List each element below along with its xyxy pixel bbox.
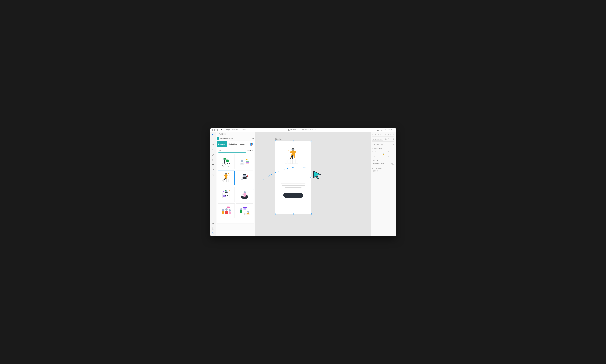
- align-left-icon[interactable]: [372, 133, 374, 135]
- more-icon[interactable]: •••: [252, 137, 254, 139]
- tab-share[interactable]: Share: [242, 128, 246, 132]
- svg-point-46: [229, 191, 230, 191]
- x-input[interactable]: 0: [391, 151, 394, 152]
- select-tool[interactable]: [211, 133, 215, 137]
- panel-back[interactable]: ‹ PLUGINS: [216, 132, 255, 136]
- pos-row: H0 Y0: [372, 156, 394, 157]
- resize-handle[interactable]: [293, 213, 294, 215]
- artboard[interactable]: [275, 141, 311, 214]
- zoom-control[interactable]: 42.5% ▾: [388, 129, 394, 131]
- minimize-dot[interactable]: [214, 129, 216, 131]
- plugins-icon[interactable]: [211, 232, 215, 235]
- width-input[interactable]: 0: [375, 151, 378, 152]
- close-dot[interactable]: [212, 129, 213, 131]
- svg-point-3: [212, 144, 214, 146]
- tab-prototype[interactable]: Prototype: [232, 128, 239, 132]
- intersect-icon[interactable]: [390, 138, 392, 140]
- lottie-tab-mylotties[interactable]: My Lotties: [227, 142, 238, 147]
- assets-icon[interactable]: [211, 222, 215, 225]
- asset-card[interactable]: [236, 203, 253, 218]
- ellipse-tool[interactable]: [211, 143, 215, 147]
- align-bottom-icon[interactable]: [390, 133, 392, 135]
- resize-handle[interactable]: [311, 141, 312, 142]
- info-icon[interactable]: ⓘ: [393, 160, 394, 162]
- avatar[interactable]: [250, 143, 253, 146]
- tab-design[interactable]: Design: [225, 128, 230, 132]
- exclude-icon[interactable]: [393, 138, 394, 140]
- resize-handle[interactable]: [275, 213, 276, 215]
- asset-card[interactable]: [218, 154, 235, 169]
- search-input[interactable]: [222, 150, 242, 152]
- svg-rect-39: [247, 175, 248, 177]
- cursor-icon: [313, 170, 322, 180]
- height-input[interactable]: 0: [374, 156, 378, 157]
- svg-rect-2: [212, 139, 214, 141]
- rectangle-tool[interactable]: [211, 139, 215, 142]
- svg-point-67: [248, 211, 249, 213]
- maximize-dot[interactable]: [217, 129, 218, 131]
- plugin-panel: ‹ PLUGINS f LottieFiles for XD ••• Disco…: [216, 132, 255, 236]
- asset-grid: [217, 154, 254, 218]
- line-tool[interactable]: [211, 154, 215, 157]
- opacity-slider[interactable]: [377, 171, 394, 171]
- asset-card[interactable]: [236, 170, 253, 185]
- window-controls[interactable]: [212, 129, 218, 131]
- asset-card[interactable]: [218, 187, 235, 202]
- text-tool[interactable]: [211, 164, 215, 167]
- asset-card-selected[interactable]: [218, 170, 235, 185]
- layers-icon[interactable]: [211, 227, 215, 230]
- distribute-v-icon[interactable]: [393, 133, 394, 135]
- align-right-icon[interactable]: [377, 133, 379, 135]
- responsive-toggle[interactable]: [391, 163, 394, 165]
- home-icon[interactable]: [220, 129, 222, 131]
- canvas[interactable]: Design: [255, 132, 371, 236]
- clear-icon[interactable]: [243, 150, 245, 152]
- play-icon[interactable]: [385, 129, 386, 131]
- resize-handle[interactable]: [311, 213, 312, 215]
- resize-handle[interactable]: [275, 177, 276, 178]
- user-icon[interactable]: [377, 129, 379, 131]
- asset-card[interactable]: [218, 203, 235, 218]
- repeat-grid-button[interactable]: Repeat Grid: [372, 138, 383, 141]
- subtract-icon[interactable]: [387, 138, 389, 140]
- svg-rect-80: [373, 139, 373, 139]
- align-top-icon[interactable]: [385, 133, 387, 135]
- asset-card[interactable]: [236, 154, 253, 169]
- resize-handle[interactable]: [293, 141, 294, 142]
- chevron-down-icon: ▾: [317, 129, 318, 130]
- resize-handle[interactable]: [275, 141, 276, 142]
- svg-rect-36: [243, 174, 246, 175]
- svg-rect-70: [285, 161, 287, 164]
- resize-handle[interactable]: [311, 177, 312, 178]
- lock-aspect-icon[interactable]: 🔒: [372, 153, 394, 155]
- zoom-tool[interactable]: [211, 174, 215, 177]
- opacity-value[interactable]: 0%: [374, 170, 376, 172]
- artboard-tool[interactable]: [211, 169, 215, 172]
- placed-illustration[interactable]: [278, 144, 308, 168]
- document-title-text: Untitled — 13 September, 11.27.31: [290, 129, 316, 131]
- document-title[interactable]: Untitled — 13 September, 11.27.31 ▾: [288, 129, 318, 131]
- search-button[interactable]: Search: [248, 150, 253, 152]
- polygon-tool[interactable]: [211, 149, 215, 152]
- info-icon[interactable]: ⓘ: [382, 144, 383, 145]
- svg-rect-14: [226, 159, 229, 162]
- search-input-wrapper[interactable]: [218, 149, 246, 153]
- union-icon[interactable]: [385, 138, 387, 140]
- add-component-icon[interactable]: ＋: [393, 144, 394, 146]
- asset-card[interactable]: [236, 187, 253, 202]
- distribute-h-icon[interactable]: [380, 133, 381, 135]
- lottie-tab-discover[interactable]: Discover: [217, 142, 227, 147]
- inspector-panel: Repeat Grid COMPONENT ⓘ ＋ TRANSFORM ⓘ W: [371, 132, 396, 236]
- lottie-tabs: Discover My Lotties Import: [217, 142, 254, 147]
- device-preview-icon[interactable]: [381, 129, 383, 131]
- lottie-tab-import[interactable]: Import: [238, 142, 247, 147]
- artboard-label[interactable]: Design: [275, 138, 282, 141]
- y-input[interactable]: 0: [391, 156, 394, 157]
- info-icon[interactable]: ⓘ: [393, 148, 394, 150]
- align-hcenter-icon[interactable]: [374, 133, 376, 135]
- svg-point-78: [298, 153, 299, 153]
- align-vcenter-icon[interactable]: [387, 133, 389, 135]
- alignment-row: [372, 133, 394, 137]
- pen-tool[interactable]: [211, 159, 215, 162]
- svg-point-0: [378, 129, 378, 130]
